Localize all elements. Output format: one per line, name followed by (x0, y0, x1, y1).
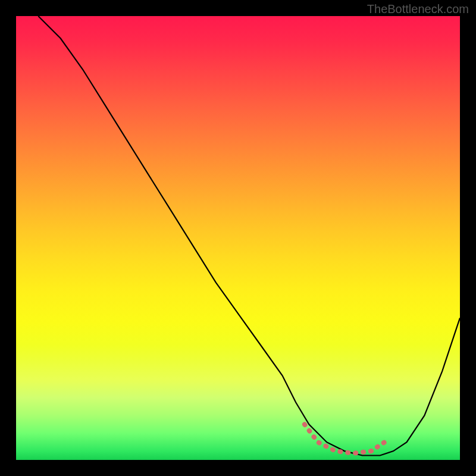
watermark-text: TheBottleneck.com (367, 2, 469, 16)
chart-plot-area (16, 16, 460, 460)
bottleneck-curve (38, 16, 460, 456)
chart-svg (16, 16, 460, 460)
optimal-range-marker (305, 424, 384, 453)
